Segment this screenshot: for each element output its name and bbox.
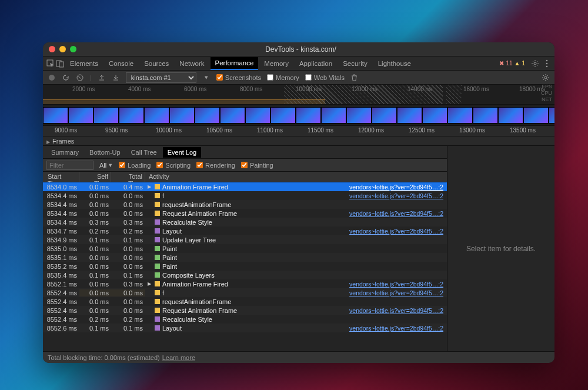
minimize-button[interactable] — [59, 46, 66, 52]
screenshot-thumb[interactable] — [523, 107, 549, 124]
screenshot-thumb[interactable] — [447, 107, 473, 124]
tab-security[interactable]: Security — [338, 58, 372, 69]
detail-tab-event-log[interactable]: Event Log — [163, 147, 202, 158]
screenshot-thumb[interactable] — [245, 107, 270, 124]
screenshot-thumb[interactable] — [93, 107, 119, 124]
col-self-time[interactable]: Self Time — [79, 172, 111, 182]
screenshot-thumb[interactable] — [422, 107, 447, 124]
ruler-tick: 13000 ms — [459, 127, 485, 134]
frames-row[interactable]: Frames — [43, 136, 554, 146]
dropdown-arrow-icon[interactable]: ▼ — [108, 162, 113, 168]
table-row[interactable]: 8552.4 ms0.0 ms0.0 msRequest Animation F… — [43, 306, 447, 315]
perf-toolbar: | kinsta.com #1 ▾ ScreenshotsMemoryWeb V… — [43, 71, 554, 85]
check-memory[interactable]: Memory — [267, 74, 299, 81]
tab-sources[interactable]: Sources — [139, 58, 173, 69]
fps-label: FPS — [541, 84, 552, 90]
screenshot-thumb[interactable] — [43, 107, 68, 124]
filter-scripting[interactable]: Scripting — [156, 162, 191, 169]
screenshot-thumb[interactable] — [220, 107, 245, 124]
overview-timeline[interactable]: 2000 ms4000 ms6000 ms8000 ms10000 ms1200… — [43, 85, 554, 105]
expand-frames-icon[interactable] — [46, 138, 50, 145]
screenshot-thumb[interactable] — [549, 107, 554, 124]
screenshot-thumb[interactable] — [346, 107, 372, 124]
more-menu-icon[interactable] — [543, 59, 551, 68]
capture-settings-gear-icon[interactable] — [542, 74, 550, 82]
details-placeholder: Select item for details. — [466, 245, 536, 253]
table-row[interactable]: 8552.4 ms0.0 ms0.0 msfvendors~lottie.js?… — [43, 288, 447, 297]
screenshot-thumb[interactable] — [68, 107, 93, 124]
table-row[interactable]: 8535.4 ms0.1 ms0.1 msComposite Layers — [43, 271, 447, 279]
tab-lighthouse[interactable]: Lighthouse — [373, 58, 416, 69]
screenshot-thumb[interactable] — [144, 107, 169, 124]
clear-icon[interactable] — [76, 74, 84, 82]
screenshot-thumb[interactable] — [397, 107, 422, 124]
filter-loading[interactable]: Loading — [119, 162, 151, 169]
screenshot-thumb[interactable] — [296, 107, 321, 124]
filter-input[interactable] — [46, 161, 93, 170]
tab-memory[interactable]: Memory — [259, 58, 293, 69]
screenshots-strip[interactable] — [43, 105, 554, 126]
screenshot-thumb[interactable] — [473, 107, 498, 124]
frames-label: Frames — [52, 138, 74, 145]
download-icon[interactable] — [112, 74, 120, 82]
detail-tab-bottom-up[interactable]: Bottom-Up — [85, 147, 125, 158]
tab-elements[interactable]: Elements — [65, 58, 103, 69]
record-icon[interactable] — [48, 74, 56, 82]
trash-icon[interactable] — [350, 74, 359, 82]
tab-console[interactable]: Console — [104, 58, 138, 69]
reload-icon[interactable] — [62, 74, 70, 82]
table-row[interactable]: 8534.4 ms0.0 ms0.0 msrequestAnimationFra… — [43, 200, 447, 209]
table-row[interactable]: 8552.4 ms0.2 ms0.2 msRecalculate Style — [43, 315, 447, 324]
table-row[interactable]: 8534.9 ms0.1 ms0.1 msUpdate Layer Tree — [43, 235, 447, 244]
ruler-tick: 9500 ms — [105, 127, 128, 134]
table-row[interactable]: 8534.0 ms0.0 ms0.4 ms▶Animation Frame Fi… — [43, 182, 447, 191]
filter-painting[interactable]: Painting — [241, 162, 273, 169]
svg-point-3 — [534, 62, 536, 65]
detail-tab-summary[interactable]: Summary — [46, 147, 83, 158]
tab-performance[interactable]: Performance — [211, 57, 259, 70]
screenshot-thumb[interactable] — [195, 107, 220, 124]
table-row[interactable]: 8534.7 ms0.2 ms0.2 msLayoutvendors~lotti… — [43, 226, 447, 235]
check-screenshots[interactable]: Screenshots — [216, 74, 261, 81]
tab-network[interactable]: Network — [175, 58, 209, 69]
inspect-icon[interactable] — [46, 59, 55, 68]
detail-tab-call-tree[interactable]: Call Tree — [126, 147, 162, 158]
col-activity[interactable]: Activity — [145, 172, 447, 182]
error-count-badge[interactable]: ✖11 ▲1 — [497, 59, 527, 67]
timeline-tick: 6000 ms — [184, 86, 206, 92]
category-all[interactable]: All — [99, 162, 106, 169]
settings-gear-icon[interactable] — [531, 59, 539, 68]
learn-more-link[interactable]: Learn more — [162, 354, 195, 361]
table-row[interactable]: 8534.4 ms0.0 ms0.0 msRequest Animation F… — [43, 209, 447, 218]
tab-application[interactable]: Application — [295, 58, 337, 69]
check-web-vitals[interactable]: Web Vitals — [305, 74, 345, 81]
screenshot-thumb[interactable] — [498, 107, 523, 124]
upload-icon[interactable] — [98, 74, 106, 82]
blocking-time-text: Total blocking time: 0.00ms (estimated) — [48, 354, 160, 361]
filter-rendering[interactable]: Rendering — [196, 162, 235, 169]
table-row[interactable]: 8535.1 ms0.0 ms0.0 msPaint — [43, 253, 447, 262]
table-row[interactable]: 8552.1 ms0.0 ms0.3 ms▶Animation Frame Fi… — [43, 279, 447, 288]
table-row[interactable]: 8552.4 ms0.0 ms0.0 msrequestAnimationFra… — [43, 297, 447, 306]
screenshot-thumb[interactable] — [372, 107, 397, 124]
screenshot-thumb[interactable] — [270, 107, 296, 124]
detail-tabs: SummaryBottom-UpCall TreeEvent Log — [43, 146, 447, 159]
table-row[interactable]: 8552.6 ms0.1 ms0.1 msLayoutvendors~lotti… — [43, 324, 447, 332]
maximize-button[interactable] — [70, 46, 76, 52]
svg-point-4 — [546, 59, 548, 61]
time-ruler[interactable]: 9000 ms9500 ms10000 ms10500 ms11000 ms11… — [43, 126, 554, 136]
screenshot-thumb[interactable] — [321, 107, 346, 124]
dropdown-arrow-icon: ▾ — [202, 74, 211, 82]
table-row[interactable]: 8535.2 ms0.0 ms0.0 msPaint — [43, 262, 447, 271]
table-row[interactable]: 8534.4 ms0.0 ms0.0 msfvendors~lottie.js?… — [43, 191, 447, 200]
table-row[interactable]: 8535.0 ms0.0 ms0.0 msPaint — [43, 244, 447, 253]
col-start-time[interactable]: Start Time — [43, 172, 79, 182]
device-toggle-icon[interactable] — [56, 59, 64, 68]
close-button[interactable] — [49, 46, 55, 52]
recording-select[interactable]: kinsta.com #1 — [126, 72, 196, 83]
table-row[interactable]: 8534.4 ms0.3 ms0.3 msRecalculate Style — [43, 218, 447, 226]
screenshot-thumb[interactable] — [119, 107, 144, 124]
col-total-time[interactable]: Total Time — [111, 172, 145, 182]
event-log-table[interactable]: 8534.0 ms0.0 ms0.4 ms▶Animation Frame Fi… — [43, 182, 447, 351]
screenshot-thumb[interactable] — [169, 107, 195, 124]
